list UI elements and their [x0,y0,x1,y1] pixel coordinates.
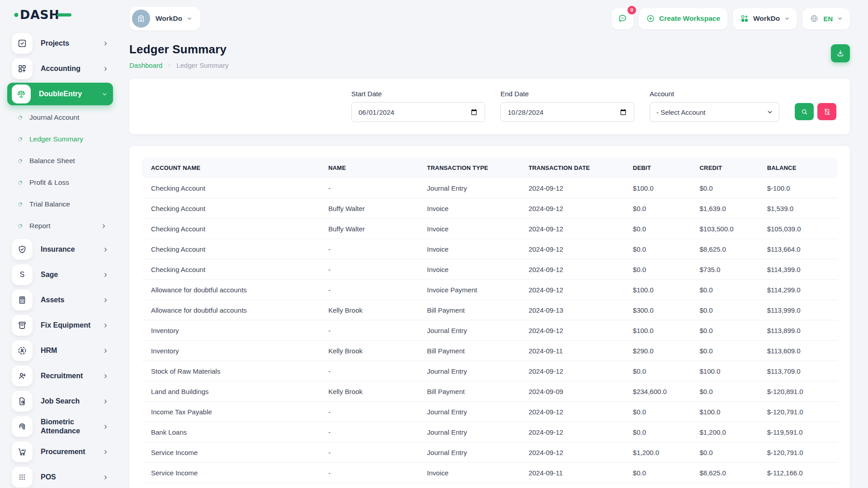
app-switcher-label: WorkDo [753,14,780,23]
chevron-right-icon [103,449,108,455]
cell-account-name: Service Income [142,442,319,463]
cell-credit: $100.0 [690,361,758,381]
cell-transaction-type: Invoice Payment [418,280,520,300]
cell-account-name: Checking Account [142,239,319,259]
sidebar-item-projects[interactable]: Projects [12,31,108,56]
cell-name: - [319,320,418,341]
cell-account-name: Bank Loans [142,422,319,442]
cell-credit: $1,639.0 [690,198,758,219]
table-row: Checking Account-Journal Entry2024-09-12… [142,178,837,198]
title-row: Ledger Summary Dashboard Ledger Summary [129,40,850,69]
end-date-input[interactable] [500,102,634,122]
sidebar-item-insurance[interactable]: Insurance [12,237,108,262]
cell-credit: $103,500.0 [690,219,758,239]
logo-text: DASH [20,8,59,22]
sidebar-subitem-journal-account[interactable]: Journal Account [12,107,108,128]
sidebar-item-assets[interactable]: Assets [12,287,108,313]
cell-account-name: Inventory [142,320,319,341]
cell-name: - [319,259,418,280]
reset-filter-button[interactable] [817,103,836,120]
sidebar-item-label: Assets [41,296,64,305]
cell-account-name: Checking Account [142,198,319,219]
cell-name: Buffy Walter [319,198,418,219]
cell-transaction-type: Bill Payment [418,341,520,361]
table-row: Checking AccountBuffy WalterInvoice2024-… [142,198,837,219]
chevron-right-icon [103,272,108,278]
workspace-switcher[interactable]: WorkDo [129,7,200,30]
topbar: WorkDo 0 Create Workspace WorkDo EN [116,0,868,32]
cell-transaction-type: Invoice [418,259,520,280]
table-row: Checking Account-Invoice2024-09-12$0.0$7… [142,259,837,280]
donut-icon [17,202,23,207]
sidebar-subitem-profit-loss[interactable]: Profit & Loss [12,172,108,193]
cell-account-name: Land and Buildings [142,381,319,402]
sidebar-item-accounting[interactable]: Accounting [12,56,108,81]
breadcrumb-dashboard-link[interactable]: Dashboard [129,61,162,69]
table-row: InventoryKelly BrookBill Payment2024-09-… [142,341,837,361]
cell-account-name: Checking Account [142,259,319,280]
cell-debit: $100.0 [624,178,691,198]
table-header-row: ACCOUNT NAMENAMETRANSACTION TYPETRANSACT… [142,158,837,178]
sidebar-subitem-trial-balance[interactable]: Trial Balance [12,193,108,215]
sidebar-item-label: Biometric Attendance [41,418,103,436]
cell-balance: $-100.0 [758,178,837,198]
search-icon [801,108,808,116]
pos-icon [12,467,33,488]
sidebar-item-biometric-attendance[interactable]: Biometric Attendance [12,414,108,439]
sidebar-item-pos[interactable]: POS [12,465,108,488]
cell-credit: $0.0 [690,381,758,402]
column-header-balance: BALANCE [758,158,837,178]
cell-debit: $300.0 [624,300,691,320]
create-workspace-button[interactable]: Create Workspace [639,8,727,29]
chevron-right-icon [103,348,108,354]
table-header: ACCOUNT NAMENAMETRANSACTION TYPETRANSACT… [142,158,837,178]
download-button[interactable] [831,44,850,62]
sidebar-item-hrm[interactable]: HRM [12,338,108,363]
sidebar-item-procurement[interactable]: Procurement [12,439,108,465]
cell-transaction-type: Invoice [418,198,520,219]
cell-transaction-date: 2024-09-12 [519,280,624,300]
cell-transaction-date: 2024-09-12 [519,219,624,239]
cell-transaction-date: 2024-09-12 [519,259,624,280]
cell-transaction-type: Invoice [418,239,520,259]
fix-equipment-icon [12,315,33,336]
cell-credit: $0.0 [690,178,758,198]
apply-filter-button[interactable] [795,103,814,120]
sidebar-item-doubleentry[interactable]: DoubleEntry [7,83,113,105]
chevron-right-icon [103,373,108,379]
cell-credit: $1,200.0 [690,422,758,442]
sidebar-item-recruitment[interactable]: Recruitment [12,363,108,389]
table-row: Service Income-Invoice2024-09-11$0.0$8,6… [142,463,837,483]
cell-transaction-date: 2024-09-11 [519,341,624,361]
table-row: Stock of Raw Materials-Journal Entry2024… [142,361,837,381]
account-label: Account [650,90,779,98]
cell-transaction-type: Journal Entry [418,320,520,341]
account-select[interactable]: - Select Account [650,102,779,122]
start-date-input[interactable] [351,102,485,122]
chevron-right-icon [103,247,108,253]
cell-balance: $1,539.0 [758,198,837,219]
cell-credit: $0.0 [690,320,758,341]
sidebar-item-fix-equipment[interactable]: Fix Equipment [12,313,108,338]
plus-circle-icon [646,14,655,23]
sidebar-subitem-label: Trial Balance [29,200,70,208]
cell-balance: $105,039.0 [758,219,837,239]
sidebar-subitem-balance-sheet[interactable]: Balance Sheet [12,150,108,172]
cell-debit: $0.0 [624,239,691,259]
messenger-button[interactable]: 0 [612,8,633,29]
language-selector[interactable]: EN [802,8,850,29]
table-row: Land and BuildingsKelly BrookBill Paymen… [142,381,837,402]
sidebar-subitem-report[interactable]: Report [12,215,108,237]
sidebar-subitem-ledger-summary[interactable]: Ledger Summary [12,128,108,150]
cell-debit: $290.0 [624,341,691,361]
cell-name: - [319,422,418,442]
chevron-right-icon [103,474,108,480]
sidebar-item-job-search[interactable]: Job Search [12,389,108,414]
column-header-debit: DEBIT [624,158,691,178]
app-switcher-button[interactable]: WorkDo [733,8,797,29]
filter-buttons [795,103,836,120]
sidebar-item-sage[interactable]: SSage [12,262,108,287]
cell-balance: $-120,891.0 [758,381,837,402]
end-date-label: End Date [500,90,634,98]
assets-icon [12,290,33,310]
